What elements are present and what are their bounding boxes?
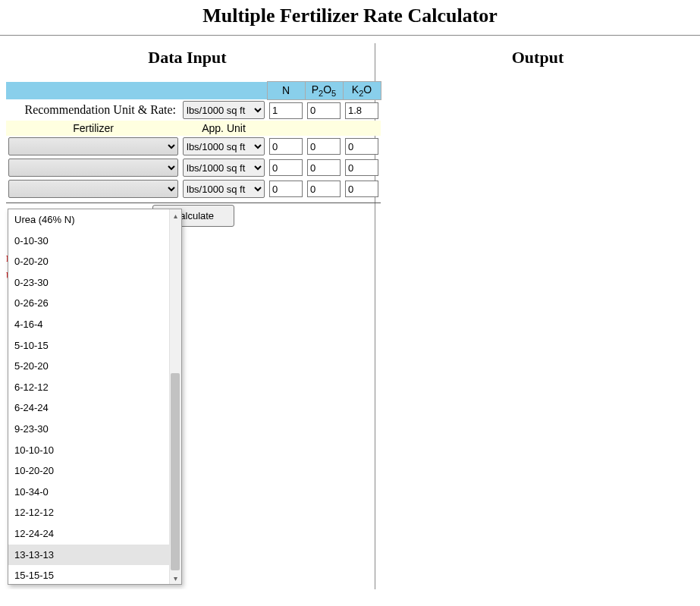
dropdown-option[interactable]: 6-12-12: [8, 377, 181, 398]
fertilizer-select-2[interactable]: [8, 159, 178, 177]
dropdown-option[interactable]: 12-24-24: [8, 523, 181, 545]
dropdown-option[interactable]: 6-24-24: [8, 397, 181, 419]
fertilizer-dropdown-listbox[interactable]: Urea (46% N)0-10-300-20-200-23-300-26-26…: [8, 209, 182, 585]
input-table: N P2O5 K2O Recommendation Unit & Rate: l…: [6, 81, 381, 228]
divider: [0, 35, 700, 36]
row1-p-input[interactable]: [307, 138, 341, 155]
data-input-panel: Data Input N P2O5 K2O Recommendation Uni…: [0, 43, 375, 589]
dropdown-option[interactable]: 13-13-13: [8, 545, 181, 566]
scroll-up-icon[interactable]: ▴: [169, 209, 181, 221]
row2-n-input[interactable]: [269, 159, 303, 176]
recommendation-row: Recommendation Unit & Rate: lbs/1000 sq …: [6, 99, 381, 121]
dropdown-option[interactable]: 0-26-26: [8, 293, 181, 314]
row3-k-input[interactable]: [345, 181, 378, 197]
data-input-heading: Data Input: [6, 48, 369, 68]
row3-n-input[interactable]: [269, 181, 303, 197]
subheader-fertilizer: Fertilizer: [6, 121, 180, 136]
row1-n-input[interactable]: [269, 138, 303, 155]
nutrient-header-row: N P2O5 K2O: [6, 82, 381, 100]
dropdown-option[interactable]: 10-10-10: [8, 440, 181, 461]
row2-p-input[interactable]: [307, 159, 341, 176]
dropdown-option[interactable]: 0-20-20: [8, 251, 181, 272]
output-heading: Output: [381, 48, 694, 68]
fertilizer-row: lbs/1000 sq ft: [6, 178, 381, 199]
col-n: N: [267, 82, 305, 100]
scroll-down-icon[interactable]: ▾: [169, 572, 181, 584]
app-unit-select-3[interactable]: lbs/1000 sq ft: [183, 180, 265, 198]
dropdown-option[interactable]: 15-15-15: [8, 565, 181, 584]
row3-p-input[interactable]: [307, 181, 341, 197]
dropdown-option[interactable]: Urea (46% N): [8, 209, 181, 231]
recommendation-p-input[interactable]: [307, 102, 341, 119]
dropdown-scrollbar[interactable]: ▴ ▾: [169, 209, 181, 584]
fertilizer-row: lbs/1000 sq ft: [6, 136, 381, 157]
dropdown-option[interactable]: 0-10-30: [8, 231, 181, 252]
dropdown-option[interactable]: 4-16-4: [8, 314, 181, 335]
scroll-thumb[interactable]: [171, 373, 180, 570]
dropdown-option[interactable]: 5-20-20: [8, 356, 181, 377]
dropdown-option[interactable]: 10-20-20: [8, 460, 181, 482]
fertilizer-select-3[interactable]: [8, 180, 178, 198]
app-unit-select-1[interactable]: lbs/1000 sq ft: [183, 137, 265, 155]
page-title: Multiple Fertilizer Rate Calculator: [0, 0, 700, 35]
recommendation-label: Recommendation Unit & Rate:: [6, 99, 180, 121]
col-k2o: K2O: [343, 82, 381, 100]
recommendation-k-input[interactable]: [345, 102, 378, 119]
recommendation-unit-select[interactable]: lbs/1000 sq ft: [183, 101, 265, 119]
dropdown-option[interactable]: 9-23-30: [8, 419, 181, 440]
dropdown-option[interactable]: 10-34-0: [8, 482, 181, 503]
row1-k-input[interactable]: [345, 138, 378, 155]
output-panel: Output: [375, 43, 700, 589]
fertilizer-row: lbs/1000 sq ft: [6, 157, 381, 178]
row2-k-input[interactable]: [345, 159, 378, 176]
subheader-app-unit: App. Unit: [180, 121, 267, 136]
dropdown-option[interactable]: 12-12-12: [8, 502, 181, 523]
subheader-row: Fertilizer App. Unit: [6, 121, 381, 136]
recommendation-n-input[interactable]: [269, 102, 303, 119]
dropdown-option[interactable]: 0-23-30: [8, 272, 181, 294]
fertilizer-select-1[interactable]: [8, 137, 178, 155]
dropdown-option[interactable]: 5-10-15: [8, 335, 181, 356]
col-p2o5: P2O5: [305, 82, 343, 100]
app-unit-select-2[interactable]: lbs/1000 sq ft: [183, 159, 265, 177]
